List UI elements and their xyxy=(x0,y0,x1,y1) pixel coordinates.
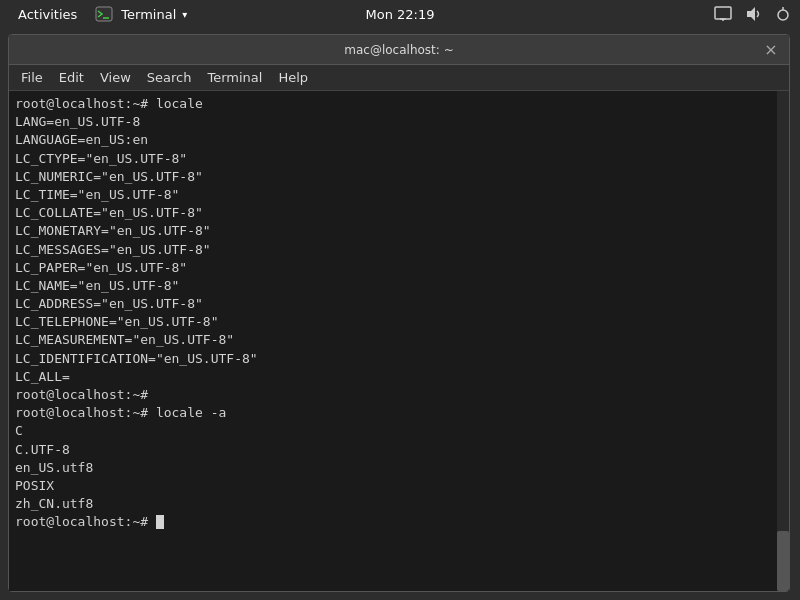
menu-bar: File Edit View Search Terminal Help xyxy=(9,65,789,91)
close-button[interactable]: × xyxy=(761,40,781,60)
clock: Mon 22:19 xyxy=(365,7,434,22)
system-bar-right xyxy=(714,5,792,23)
scrollbar[interactable] xyxy=(777,91,789,591)
terminal-content[interactable]: root@localhost:~# locale LANG=en_US.UTF-… xyxy=(9,91,789,591)
screen-icon[interactable] xyxy=(714,5,732,23)
system-bar-left: Activities Terminal ▾ xyxy=(8,0,195,28)
svg-rect-2 xyxy=(715,7,731,19)
terminal-output: root@localhost:~# locale LANG=en_US.UTF-… xyxy=(15,95,783,532)
terminal-cursor xyxy=(156,515,164,529)
terminal-window: mac@localhost: ~ × File Edit View Search… xyxy=(8,34,790,592)
menu-edit[interactable]: Edit xyxy=(51,66,92,90)
menu-help[interactable]: Help xyxy=(270,66,316,90)
title-bar: mac@localhost: ~ × xyxy=(9,35,789,65)
volume-icon[interactable] xyxy=(744,5,762,23)
terminal-app-icon xyxy=(95,5,113,23)
scrollbar-thumb[interactable] xyxy=(777,531,789,591)
power-icon[interactable] xyxy=(774,5,792,23)
svg-marker-5 xyxy=(747,7,755,21)
window-title: mac@localhost: ~ xyxy=(344,43,453,57)
menu-file[interactable]: File xyxy=(13,66,51,90)
svg-point-6 xyxy=(778,10,788,20)
terminal-menu[interactable]: Terminal ▾ xyxy=(87,0,195,28)
menu-terminal[interactable]: Terminal xyxy=(199,66,270,90)
terminal-label: Terminal xyxy=(121,7,176,22)
activities-button[interactable]: Activities xyxy=(8,0,87,28)
menu-search[interactable]: Search xyxy=(139,66,200,90)
system-bar: Activities Terminal ▾ Mon 22:19 xyxy=(0,0,800,28)
terminal-chevron-icon: ▾ xyxy=(182,9,187,20)
activities-label: Activities xyxy=(18,7,77,22)
menu-view[interactable]: View xyxy=(92,66,139,90)
svg-rect-0 xyxy=(96,7,112,21)
